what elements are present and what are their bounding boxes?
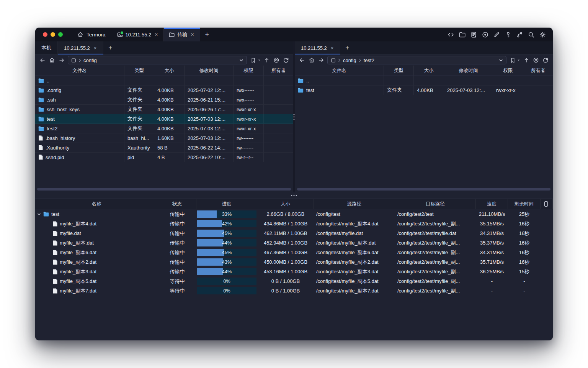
progress-bar: 43% (197, 258, 256, 266)
branch-icon[interactable] (516, 31, 523, 38)
column-header[interactable]: 名称 (35, 199, 158, 209)
column-header[interactable]: 大小 (154, 66, 185, 76)
transfer-target-path: /config/test2/test/myfile_副... (395, 276, 476, 286)
code-icon[interactable] (447, 31, 454, 38)
path-input[interactable]: config (68, 56, 247, 64)
close-tab-icon[interactable]: × (330, 45, 335, 51)
column-header[interactable]: 文件名 (35, 66, 124, 76)
title-tab-transfer[interactable]: 传输 × (163, 28, 199, 41)
file-row[interactable]: test文件夹4.00KB2025-07-03 12:...rwxr-xr-x (35, 114, 293, 124)
path-segment[interactable]: config (343, 58, 356, 63)
column-header[interactable]: 权限 (234, 66, 264, 76)
file-row[interactable]: .XauthorityXauthority58 B2025-06-22 14:.… (35, 143, 293, 153)
column-header[interactable]: 剩余时间 (508, 199, 541, 209)
file-row[interactable]: .. (35, 76, 293, 85)
tab-local[interactable]: 本机 (35, 41, 58, 54)
close-tab-icon[interactable]: × (154, 31, 158, 38)
horizontal-scrollbar[interactable] (37, 188, 291, 191)
transfer-row[interactable]: myfile_副本3.dat传输中44%453.16MB / 1.00GB/co… (35, 267, 553, 276)
column-settings-icon[interactable] (544, 201, 548, 207)
document-icon[interactable] (470, 31, 477, 38)
column-header[interactable]: 修改时间 (185, 66, 234, 76)
close-window-button[interactable] (43, 32, 47, 37)
file-row[interactable]: .. (295, 76, 553, 85)
minimize-window-button[interactable] (51, 32, 55, 37)
file-row[interactable]: test2文件夹4.00KB2025-07-03 12:...rwxr-xr-x (35, 124, 293, 133)
column-header[interactable]: 所有者 (264, 66, 293, 76)
home-icon[interactable] (308, 57, 315, 64)
column-header[interactable]: 速度 (476, 199, 508, 209)
column-header[interactable]: 状态 (158, 199, 196, 209)
column-header[interactable]: 类型 (384, 66, 414, 76)
tab-remote-host[interactable]: 10.211.55.2 × (58, 41, 103, 54)
column-header[interactable]: 修改时间 (444, 66, 493, 76)
column-header[interactable]: 进度 (196, 199, 257, 209)
file-panels: 本机 10.211.55.2 × + config (35, 41, 553, 192)
refresh-icon[interactable] (542, 57, 549, 64)
back-icon[interactable] (299, 57, 305, 64)
path-input[interactable]: configtest2 (327, 56, 506, 64)
file-row[interactable]: .ssh文件夹4.00KB2025-06-21 15:...rwx------ (35, 95, 293, 105)
expand-chevron-icon[interactable] (37, 212, 41, 216)
column-header[interactable]: 大小 (257, 199, 314, 209)
transfer-target-path: /config/test2/test/myfile_副... (395, 248, 476, 257)
forward-icon[interactable] (58, 57, 65, 64)
zoom-window-button[interactable] (58, 32, 63, 37)
home-icon[interactable] (49, 57, 56, 64)
transfer-row[interactable]: myfile_副本.dat传输中44%452.94MB / 1.00GB/con… (35, 238, 553, 248)
file-row[interactable]: .config文件夹4.00KB2025-07-02 12:...rwx----… (35, 85, 293, 95)
bookmark-dropdown-icon[interactable] (517, 59, 520, 62)
folder-icon (43, 212, 49, 217)
column-header[interactable]: 权限 (493, 66, 523, 76)
transfer-name: test (35, 209, 158, 219)
new-title-tab-button[interactable]: + (200, 28, 215, 41)
bookmark-icon[interactable] (509, 57, 516, 64)
tab-remote-host[interactable]: 10.211.55.2 × (295, 41, 340, 54)
title-tab-host[interactable]: 10.211.55.2 × (112, 28, 164, 41)
transfer-source-path: /config/test/myfile_副本4.dat (314, 219, 395, 228)
show-hidden-icon[interactable] (532, 57, 539, 64)
column-header[interactable]: 所有者 (523, 66, 553, 76)
new-panel-tab-button[interactable]: + (340, 41, 354, 54)
bookmark-icon[interactable] (250, 57, 256, 64)
transfer-row[interactable]: myfile_副本5.dat等待中0%0 B / 1.00GB/config/t… (35, 276, 553, 286)
close-tab-icon[interactable]: × (190, 31, 194, 38)
transfer-row[interactable]: myfile_副本7.dat等待中0%0 B / 1.00GB/config/t… (35, 286, 553, 296)
transfer-row[interactable]: myfile_副本2.dat传输中43%450.00MB / 1.00GB/co… (35, 257, 553, 267)
column-header[interactable]: 源路径 (314, 199, 395, 209)
refresh-icon[interactable] (283, 57, 289, 64)
file-row[interactable]: sshd.pidpid4 B2025-06-22 10:...rw-r--r-- (35, 153, 293, 162)
search-icon[interactable] (528, 31, 534, 38)
new-panel-tab-button[interactable]: + (103, 41, 117, 54)
folder-icon[interactable] (459, 31, 466, 38)
transfer-row[interactable]: myfile_副本6.dat传输中45%467.36MB / 1.00GB/co… (35, 248, 553, 257)
path-segment[interactable]: test2 (364, 58, 374, 63)
path-segment[interactable]: config (83, 58, 97, 63)
file-row[interactable]: .bash_historybash_hi...1.60KB2025-07-03 … (35, 133, 293, 143)
column-header[interactable]: 类型 (124, 66, 154, 76)
forward-icon[interactable] (318, 57, 325, 64)
show-hidden-icon[interactable] (273, 57, 280, 64)
record-icon[interactable] (482, 31, 488, 38)
settings-gear-icon[interactable] (539, 31, 546, 38)
chevron-down-icon[interactable] (499, 58, 503, 62)
close-tab-icon[interactable]: × (93, 45, 98, 51)
transfer-row[interactable]: myfile_副本4.dat传输中42%434.86MB / 1.00GB/co… (35, 219, 553, 228)
upload-icon[interactable] (263, 57, 270, 64)
back-icon[interactable] (39, 57, 46, 64)
bookmark-dropdown-icon[interactable] (258, 59, 261, 62)
column-header[interactable]: 大小 (414, 66, 444, 76)
key-icon[interactable] (505, 31, 511, 38)
app-home[interactable]: Termora (67, 28, 112, 41)
horizontal-scrollbar[interactable] (297, 188, 550, 191)
section-splitter[interactable] (35, 192, 553, 199)
edit-icon[interactable] (493, 31, 500, 38)
file-row[interactable]: test文件夹4.00KB2025-07-03 12:...rwxr-xr-x (295, 85, 553, 95)
transfer-row[interactable]: myfile.dat传输中45%462.11MB / 1.00GB/config… (35, 228, 553, 238)
file-row[interactable]: ssh_host_keys文件夹4.00KB2025-06-26 17:...r… (35, 105, 293, 114)
upload-icon[interactable] (523, 57, 530, 64)
column-header[interactable]: 目标路径 (395, 199, 476, 209)
column-header[interactable]: 文件名 (295, 66, 384, 76)
transfer-row[interactable]: test传输中33%2.66GB / 8.00GB/config/test/co… (35, 209, 553, 219)
chevron-down-icon[interactable] (239, 58, 243, 62)
